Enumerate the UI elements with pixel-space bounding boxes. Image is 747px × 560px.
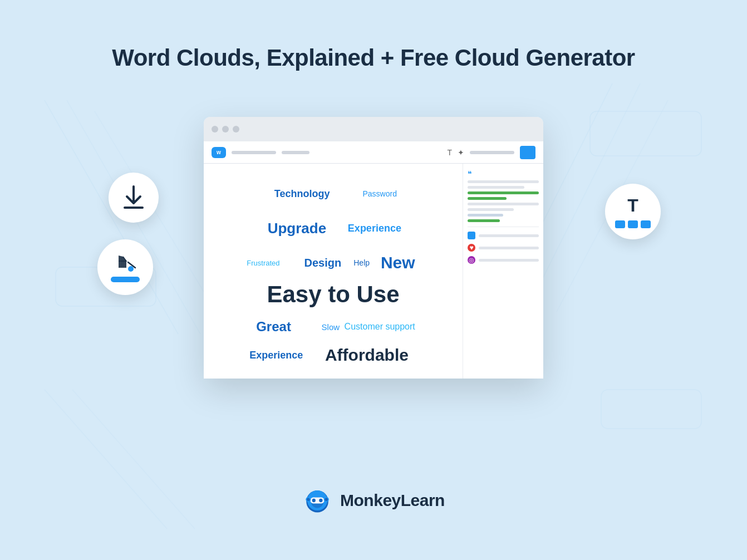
browser-titlebar: [204, 117, 543, 141]
svg-point-20: [307, 498, 309, 501]
word-upgrade: Upgrade: [268, 219, 326, 237]
svg-point-21: [325, 498, 328, 501]
list-line-1: [479, 234, 539, 237]
toolbar-bar-2: [282, 151, 309, 154]
word-help: Help: [353, 258, 370, 267]
sidebar-panel: ❝ ♥ ◎: [463, 164, 543, 379]
typo-box-2: [628, 220, 638, 228]
monkeylearn-logo: MonkeyLearn: [302, 485, 445, 515]
svg-rect-9: [590, 111, 701, 156]
sidebar-green-1: [468, 191, 539, 194]
download-icon: [122, 185, 145, 210]
wordcloud-canvas: Technology Password Upgrade Experience F…: [204, 164, 463, 379]
svg-line-6: [45, 390, 167, 529]
sidebar-list-item-3: ◎: [468, 256, 539, 264]
paint-color-bar: [111, 277, 140, 282]
sidebar-line-2: [468, 186, 524, 189]
sidebar-list-item-2: ♥: [468, 244, 539, 252]
word-happy: Happy: [269, 378, 293, 379]
word-frustrated: Frustrated: [247, 258, 279, 267]
app-logo: w: [212, 147, 226, 158]
sidebar-line-5: [468, 214, 503, 217]
svg-point-16: [312, 499, 316, 502]
quote-icon: ❝: [468, 169, 539, 178]
word-slow: Slow: [322, 322, 340, 332]
browser-dot-yellow: [222, 126, 229, 132]
typography-boxes: [615, 220, 651, 228]
toolbar-action-button[interactable]: [520, 146, 535, 159]
browser-toolbar: w T ✦: [204, 141, 543, 164]
svg-line-7: [72, 390, 195, 529]
magic-icon: ✦: [458, 148, 464, 157]
list-line-3: [479, 259, 539, 262]
svg-point-11: [128, 266, 134, 272]
sidebar-list-item-1: [468, 232, 539, 239]
list-icon-blue: [468, 232, 475, 239]
sidebar-line-1: [468, 180, 539, 183]
word-customer-support: Customer support: [345, 322, 415, 332]
paint-circle[interactable]: [97, 239, 153, 295]
svg-point-17: [319, 499, 322, 502]
monkeylearn-name: MonkeyLearn: [340, 491, 445, 510]
browser-dot-green: [233, 126, 239, 132]
word-easy-to-use: Easy to Use: [267, 281, 399, 308]
text-icon: T: [447, 148, 452, 157]
download-circle[interactable]: [109, 173, 159, 223]
word-new: New: [381, 253, 415, 272]
typo-box-3: [641, 220, 651, 228]
word-experience1: Experience: [348, 222, 401, 234]
svg-line-0: [45, 100, 178, 334]
word-experience2: Experience: [249, 349, 303, 361]
browser-content: Technology Password Upgrade Experience F…: [204, 164, 543, 379]
page-title: Word Clouds, Explained + Free Cloud Gene…: [0, 45, 747, 71]
sidebar-line-3: [468, 203, 539, 205]
typography-T: T: [627, 195, 638, 216]
sidebar-divider: [468, 227, 539, 227]
word-technology: Technology: [274, 188, 330, 200]
word-design: Design: [304, 256, 342, 269]
sidebar-green-3: [468, 219, 500, 222]
word-great: Great: [256, 319, 291, 335]
word-affordable: Affordable: [325, 346, 409, 365]
typography-circle[interactable]: T: [605, 184, 661, 239]
word-awesome: Awesome: [304, 376, 361, 379]
toolbar-bar-3: [470, 151, 514, 154]
paint-icon: [114, 252, 136, 274]
browser-window: w T ✦ Technology Password Upgrade Experi…: [204, 117, 543, 379]
monkeylearn-icon: [302, 485, 332, 515]
sidebar-line-4: [468, 208, 514, 211]
list-line-2: [479, 247, 539, 249]
list-icon-target: ◎: [468, 256, 475, 264]
wordcloud-area: Technology Password Upgrade Experience F…: [204, 164, 463, 379]
svg-rect-10: [601, 390, 701, 429]
list-icon-heart: ♥: [468, 244, 475, 252]
sidebar-green-2: [468, 197, 507, 200]
typo-box-1: [615, 220, 625, 228]
toolbar-url-bar: [232, 151, 276, 154]
browser-dot-red: [212, 126, 218, 132]
word-password: Password: [362, 189, 396, 198]
